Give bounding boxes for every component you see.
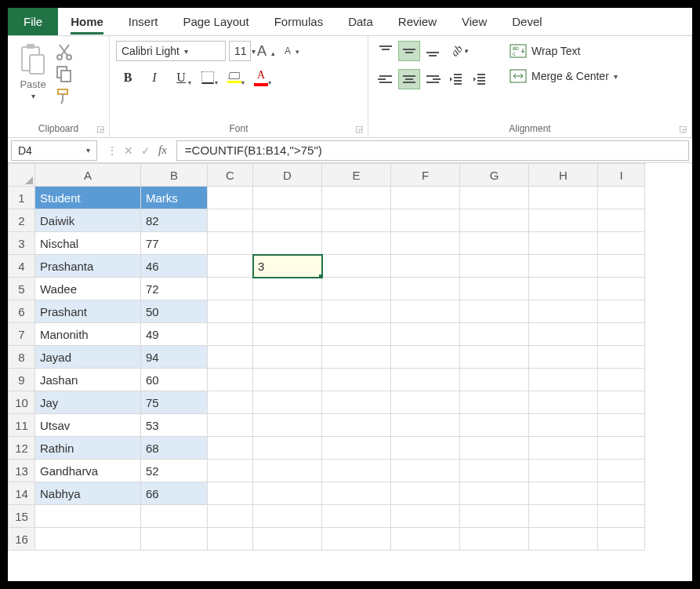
- cell-F11[interactable]: [391, 414, 460, 437]
- merge-center-button[interactable]: Merge & Center ▾: [506, 67, 621, 85]
- cell-B5[interactable]: 72: [141, 278, 208, 300]
- cell-C14[interactable]: [208, 482, 253, 505]
- cell-E16[interactable]: [322, 528, 391, 551]
- cell-H14[interactable]: [529, 482, 598, 505]
- cell-G13[interactable]: [460, 460, 529, 482]
- cell-E7[interactable]: [322, 323, 391, 346]
- decrease-font-size[interactable]: A▾: [281, 45, 303, 56]
- cell-A7[interactable]: Manonith: [35, 323, 141, 346]
- cell-I12[interactable]: [598, 437, 645, 460]
- fill-color-button[interactable]: ▾: [223, 67, 246, 88]
- cell-D6[interactable]: [253, 300, 322, 323]
- row-header-5[interactable]: 5: [9, 278, 35, 300]
- orientation-button[interactable]: ab ▾: [445, 45, 473, 57]
- cell-G14[interactable]: [460, 482, 529, 505]
- cell-G6[interactable]: [460, 300, 529, 323]
- cell-D1[interactable]: [253, 187, 322, 209]
- cell-D7[interactable]: [253, 323, 322, 346]
- cell-C15[interactable]: [208, 505, 253, 528]
- cell-F2[interactable]: [391, 209, 460, 232]
- increase-indent-button[interactable]: [469, 69, 491, 89]
- row-header-9[interactable]: 9: [9, 369, 35, 391]
- cell-B15[interactable]: [141, 505, 208, 528]
- cell-D8[interactable]: [253, 346, 322, 369]
- cell-F8[interactable]: [391, 346, 460, 369]
- cell-F6[interactable]: [391, 300, 460, 323]
- row-header-6[interactable]: 6: [9, 300, 35, 323]
- alignment-launcher-icon[interactable]: ◲: [679, 124, 687, 134]
- cell-B10[interactable]: 75: [141, 391, 208, 414]
- worksheet-grid[interactable]: ABCDEFGHI 1StudentMarks2Daiwik823Nischal…: [8, 163, 692, 581]
- cell-I10[interactable]: [598, 391, 645, 414]
- font-size-select[interactable]: 11 ▾: [229, 41, 251, 61]
- cell-F12[interactable]: [391, 437, 460, 460]
- cell-E1[interactable]: [322, 187, 391, 209]
- row-header-7[interactable]: 7: [9, 323, 35, 346]
- cell-H9[interactable]: [529, 369, 598, 391]
- paste-button[interactable]: Paste ▾: [14, 41, 52, 102]
- cell-D15[interactable]: [253, 505, 322, 528]
- cell-A2[interactable]: Daiwik: [35, 209, 141, 232]
- align-bottom-button[interactable]: [422, 41, 444, 61]
- cell-G8[interactable]: [460, 346, 529, 369]
- col-header-H[interactable]: H: [529, 164, 598, 187]
- cell-A15[interactable]: [35, 505, 141, 528]
- cell-E11[interactable]: [322, 414, 391, 437]
- cell-A14[interactable]: Nabhya: [35, 482, 141, 505]
- cell-D14[interactable]: [253, 482, 322, 505]
- row-header-13[interactable]: 13: [9, 460, 35, 482]
- select-all-corner[interactable]: [9, 164, 35, 187]
- cell-C2[interactable]: [208, 209, 253, 232]
- align-middle-button[interactable]: [398, 41, 420, 61]
- cell-C12[interactable]: [208, 437, 253, 460]
- tab-review[interactable]: Review: [386, 8, 449, 35]
- cell-D9[interactable]: [253, 369, 322, 391]
- cell-B12[interactable]: 68: [141, 437, 208, 460]
- align-center-button[interactable]: [398, 69, 420, 89]
- cell-B16[interactable]: [141, 528, 208, 551]
- cell-C5[interactable]: [208, 278, 253, 300]
- cell-A9[interactable]: Jashan: [35, 369, 141, 391]
- wrap-text-button[interactable]: abc Wrap Text: [506, 42, 621, 60]
- cell-H13[interactable]: [529, 460, 598, 482]
- cell-F5[interactable]: [391, 278, 460, 300]
- row-header-4[interactable]: 4: [9, 255, 35, 278]
- cell-E4[interactable]: [322, 255, 391, 278]
- cell-H15[interactable]: [529, 505, 598, 528]
- cancel-formula-icon[interactable]: ✕: [124, 144, 133, 157]
- row-header-12[interactable]: 12: [9, 437, 35, 460]
- cell-G15[interactable]: [460, 505, 529, 528]
- cell-H5[interactable]: [529, 278, 598, 300]
- cell-B1[interactable]: Marks: [141, 187, 208, 209]
- tab-developer[interactable]: Devel: [499, 8, 554, 35]
- cell-F10[interactable]: [391, 391, 460, 414]
- cell-E12[interactable]: [322, 437, 391, 460]
- col-header-A[interactable]: A: [35, 164, 141, 187]
- formula-dots-icon[interactable]: ⋮: [107, 144, 116, 157]
- cell-G11[interactable]: [460, 414, 529, 437]
- cell-F1[interactable]: [391, 187, 460, 209]
- row-header-1[interactable]: 1: [9, 187, 35, 209]
- cell-H1[interactable]: [529, 187, 598, 209]
- cell-C8[interactable]: [208, 346, 253, 369]
- decrease-indent-button[interactable]: [445, 69, 467, 89]
- cell-G4[interactable]: [460, 255, 529, 278]
- cell-H3[interactable]: [529, 232, 598, 255]
- cell-D11[interactable]: [253, 414, 322, 437]
- cell-G3[interactable]: [460, 232, 529, 255]
- cell-A5[interactable]: Wadee: [35, 278, 141, 300]
- cell-H10[interactable]: [529, 391, 598, 414]
- cell-E6[interactable]: [322, 300, 391, 323]
- cell-A16[interactable]: [35, 528, 141, 551]
- cell-I8[interactable]: [598, 346, 645, 369]
- col-header-F[interactable]: F: [391, 164, 460, 187]
- cell-F4[interactable]: [391, 255, 460, 278]
- cell-H7[interactable]: [529, 323, 598, 346]
- tab-formulas[interactable]: Formulas: [262, 8, 336, 35]
- font-color-button[interactable]: A ▾: [249, 67, 273, 88]
- cell-C16[interactable]: [208, 528, 253, 551]
- cell-I9[interactable]: [598, 369, 645, 391]
- bold-button[interactable]: B: [116, 67, 140, 88]
- cell-E15[interactable]: [322, 505, 391, 528]
- cell-I4[interactable]: [598, 255, 645, 278]
